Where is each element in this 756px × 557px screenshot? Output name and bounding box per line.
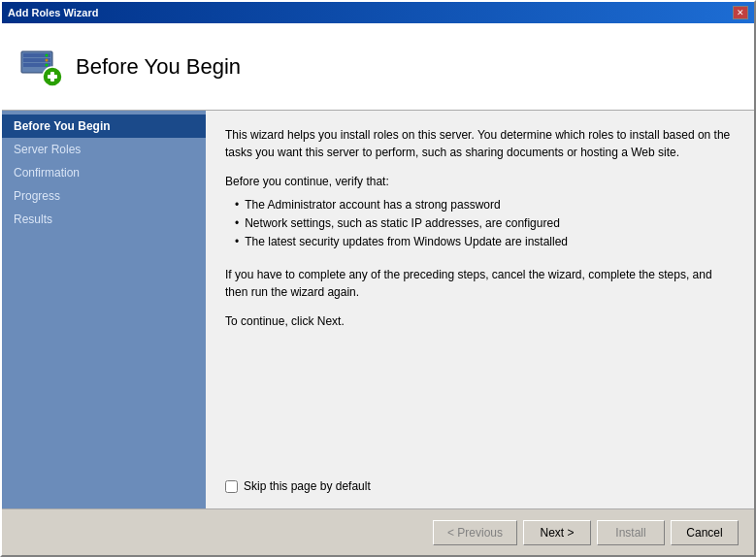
content-area: Before You Begin Server Roles Confirmati… — [2, 111, 754, 508]
skip-text: Skip this page by default — [244, 479, 371, 493]
sidebar-item-before-you-begin[interactable]: Before You Begin — [2, 115, 206, 138]
bullet-item-3: The latest security updates from Windows… — [235, 233, 735, 251]
install-button[interactable]: Install — [597, 520, 665, 545]
footer: < Previous Next > Install Cancel — [2, 508, 754, 555]
svg-rect-9 — [50, 72, 54, 82]
bullet-item-1: The Administrator account has a strong p… — [235, 196, 735, 214]
cancel-note: If you have to complete any of the prece… — [225, 266, 735, 301]
skip-label[interactable]: Skip this page by default — [225, 479, 735, 493]
sidebar-item-results[interactable]: Results — [2, 208, 206, 231]
svg-point-6 — [46, 63, 49, 66]
header-section: Before You Begin — [2, 23, 754, 111]
content-body: This wizard helps you install roles on t… — [225, 126, 735, 460]
header-title: Before You Begin — [76, 54, 241, 80]
verify-label: Before you continue, verify that: — [225, 175, 735, 188]
svg-point-4 — [46, 53, 49, 56]
title-bar: Add Roles Wizard ✕ — [2, 2, 754, 23]
cancel-button[interactable]: Cancel — [671, 520, 739, 545]
sidebar-item-server-roles[interactable]: Server Roles — [2, 138, 206, 161]
skip-section: Skip this page by default — [225, 470, 735, 493]
sidebar-item-progress[interactable]: Progress — [2, 184, 206, 208]
previous-button[interactable]: < Previous — [433, 520, 517, 545]
sidebar: Before You Begin Server Roles Confirmati… — [2, 111, 206, 508]
wizard-icon — [17, 44, 64, 90]
bullet-item-2: Network settings, such as static IP addr… — [235, 214, 735, 233]
continue-text: To continue, click Next. — [225, 314, 735, 328]
bullet-list: The Administrator account has a strong p… — [235, 196, 735, 252]
next-button[interactable]: Next > — [523, 520, 591, 545]
close-button[interactable]: ✕ — [733, 6, 748, 19]
intro-text: This wizard helps you install roles on t… — [225, 126, 735, 161]
wizard-window: Add Roles Wizard ✕ Before You Begi — [0, 0, 756, 557]
main-content: This wizard helps you install roles on t… — [206, 111, 754, 508]
window-title: Add Roles Wizard — [8, 7, 98, 18]
skip-checkbox[interactable] — [225, 480, 238, 493]
svg-point-5 — [46, 58, 49, 61]
sidebar-item-confirmation[interactable]: Confirmation — [2, 161, 206, 184]
